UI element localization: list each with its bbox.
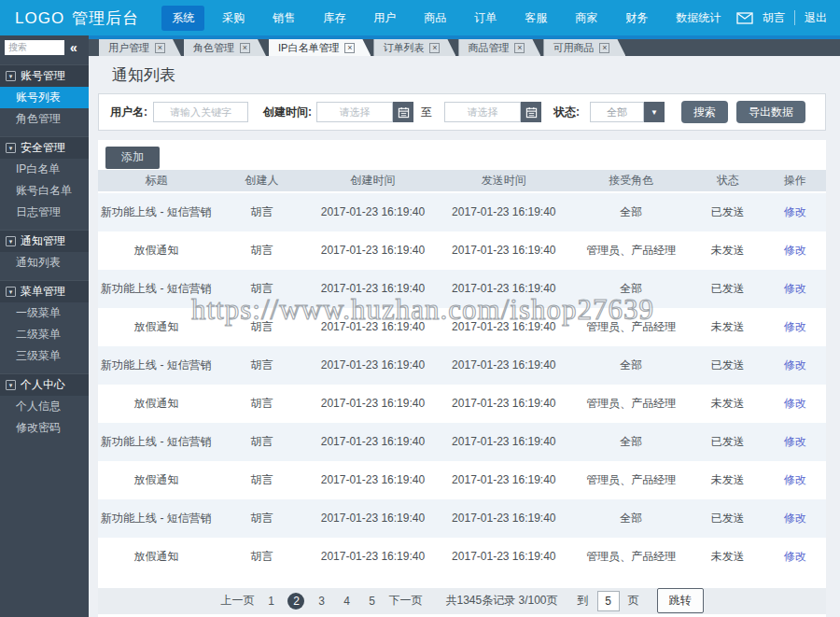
tab-ip-whitelist-management[interactable]: IP白名单管理 × [269,39,371,56]
page-number-3[interactable]: 3 [313,593,329,610]
nav-sales[interactable]: 销售 [262,6,305,31]
edit-link[interactable]: 修改 [784,512,806,525]
sidebar-group-header-menu[interactable]: ▾ 菜单管理 [0,280,89,302]
date-to-input[interactable] [444,102,521,122]
cell-status: 已发送 [692,281,764,297]
nav-orders[interactable]: 订单 [464,6,507,31]
sidebar-item-menu-level-3[interactable]: 三级菜单 [0,345,89,367]
tab-product-management[interactable]: 商品管理 × [458,39,540,56]
sidebar-item-menu-level-1[interactable]: 一级菜单 [0,302,89,324]
table-row: 新功能上线 - 短信营销 胡言 2017-01-23 16:19:40 2017… [98,270,826,308]
nav-merchants[interactable]: 商家 [565,6,608,31]
sidebar-group-header-notification[interactable]: ▾ 通知管理 [0,230,89,252]
current-user[interactable]: 胡言 [763,10,785,26]
cell-title: 新功能上线 - 短信营销 [98,434,215,450]
date-from-input[interactable] [316,102,393,122]
tab-available-products[interactable]: 可用商品 × [543,39,625,56]
cell-title: 放假通知 [98,319,215,335]
nav-products[interactable]: 商品 [413,6,456,31]
cell-status: 未发送 [692,549,764,565]
calendar-icon[interactable] [521,102,541,122]
page-number-2-active[interactable]: 2 [287,593,304,610]
notification-table: 标题 创建人 创建时间 发送时间 接受角色 状态 操作 新功能上线 - 短信营销… [98,170,826,576]
cell-creator: 胡言 [215,319,309,335]
next-page-button[interactable]: 下一页 [388,593,422,609]
edit-link[interactable]: 修改 [784,397,806,410]
add-button[interactable]: 添加 [105,147,160,169]
sidebar-group-title: 菜单管理 [21,284,65,300]
jump-button[interactable]: 跳转 [657,588,704,613]
sidebar-group-header-security[interactable]: ▾ 安全管理 [0,136,89,159]
sidebar-item-role-management[interactable]: 角色管理 [0,108,89,130]
sidebar-collapse-icon[interactable]: « [70,41,77,54]
cell-created-time: 2017-01-23 16:19:40 [309,358,437,372]
logout-button[interactable]: 退出 [805,10,827,26]
date-from-wrap [316,102,413,122]
tab-close-icon[interactable]: × [599,43,609,53]
nav-inventory[interactable]: 库存 [313,6,356,31]
prev-page-button[interactable]: 上一页 [220,593,254,609]
export-data-button[interactable]: 导出数据 [736,101,805,123]
sidebar-group-title: 个人中心 [21,377,65,393]
col-sent-time: 发送时间 [437,173,571,189]
chevron-down-icon[interactable]: ▼ [644,102,665,122]
goto-page-input[interactable] [597,591,620,611]
cell-created-time: 2017-01-23 16:19:40 [309,320,437,333]
mail-icon[interactable] [736,12,753,24]
search-button[interactable]: 搜索 [681,101,728,123]
sidebar-item-account-list[interactable]: 账号列表 [0,87,89,108]
nav-finance[interactable]: 财务 [615,6,658,31]
tab-order-list[interactable]: 订单列表 × [373,39,455,56]
edit-link[interactable]: 修改 [784,282,806,295]
cell-sent-time: 2017-01-23 16:19:40 [437,473,571,486]
edit-link[interactable]: 修改 [784,473,806,486]
sidebar-group-header-account[interactable]: ▾ 账号管理 [0,64,89,87]
cell-status: 已发送 [692,434,764,450]
sidebar-item-personal-info[interactable]: 个人信息 [0,396,89,417]
sidebar-item-account-whitelist[interactable]: 账号白名单 [0,180,89,202]
nav-system[interactable]: 系统 [161,6,204,31]
edit-link[interactable]: 修改 [784,244,806,257]
search-input[interactable] [5,40,64,55]
tab-user-management[interactable]: 用户管理 × [99,39,181,56]
tab-close-icon[interactable]: × [240,43,250,53]
cell-status: 已发送 [692,511,764,526]
sidebar-item-ip-whitelist[interactable]: IP白名单 [0,159,89,180]
tab-close-icon[interactable]: × [155,43,165,53]
edit-link[interactable]: 修改 [784,358,806,372]
sidebar-item-log-management[interactable]: 日志管理 [0,202,89,223]
table-row: 放假通知 胡言 2017-01-23 16:19:40 2017-01-23 1… [98,308,826,346]
col-action: 操作 [764,173,826,189]
status-select[interactable]: 全部 [590,102,644,122]
nav-users[interactable]: 用户 [363,6,406,31]
created-time-label: 创建时间: [263,105,312,120]
edit-link[interactable]: 修改 [784,320,806,333]
table-row: 新功能上线 - 短信营销 胡言 2017-01-23 16:19:40 2017… [98,499,826,538]
edit-link[interactable]: 修改 [784,550,806,563]
sidebar-item-change-password[interactable]: 修改密码 [0,417,89,439]
nav-purchase[interactable]: 采购 [212,6,255,31]
page-number-1[interactable]: 1 [262,593,279,610]
nav-customer-service[interactable]: 客服 [514,6,557,31]
sidebar-group-header-personal[interactable]: ▾ 个人中心 [0,373,89,396]
tab-close-icon[interactable]: × [429,43,440,53]
col-status: 状态 [692,173,764,189]
page-number-5[interactable]: 5 [363,593,380,610]
cell-roles: 管理员、产品经理 [571,549,692,565]
calendar-icon[interactable] [393,102,413,122]
cell-creator: 胡言 [215,281,309,297]
page-number-4[interactable]: 4 [338,593,355,610]
username-input[interactable] [153,102,248,122]
cell-creator: 胡言 [215,204,309,220]
cell-title: 新功能上线 - 短信营销 [98,511,215,526]
sidebar-item-notification-list[interactable]: 通知列表 [0,252,89,273]
cell-created-time: 2017-01-23 16:19:40 [309,244,437,257]
tab-role-management[interactable]: 角色管理 × [184,39,266,56]
nav-statistics[interactable]: 数据统计 [665,6,731,31]
tab-close-icon[interactable]: × [514,43,525,53]
tab-close-icon[interactable]: × [344,43,355,53]
edit-link[interactable]: 修改 [784,205,806,218]
sidebar-item-menu-level-2[interactable]: 二级菜单 [0,324,89,345]
edit-link[interactable]: 修改 [784,435,806,448]
collapse-box-icon: ▾ [6,287,16,297]
